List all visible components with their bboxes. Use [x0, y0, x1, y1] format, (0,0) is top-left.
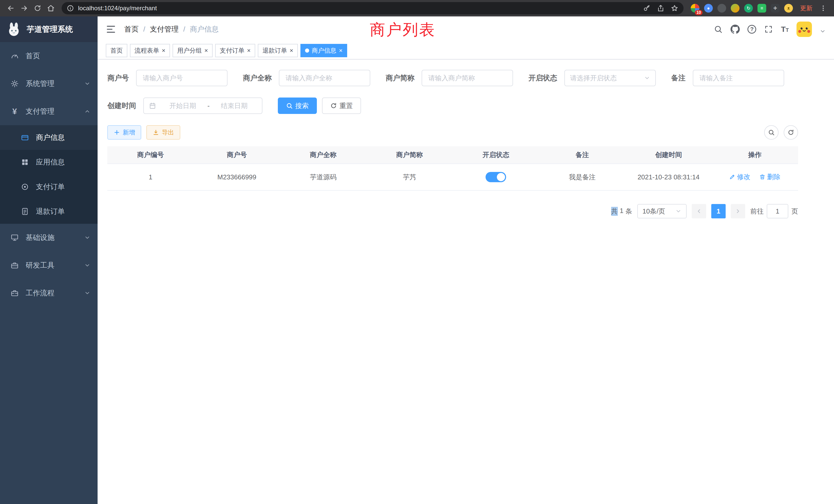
browser-reload-button[interactable]	[31, 2, 44, 15]
breadcrumb-home[interactable]: 首页	[124, 24, 139, 34]
date-end-input[interactable]: 结束日期	[212, 101, 257, 110]
toggle-search-button[interactable]	[764, 125, 778, 140]
filter-merchant-no: 商户号	[107, 70, 227, 86]
share-icon[interactable]	[657, 4, 664, 12]
sidebar-item-workflow[interactable]: 工作流程	[0, 279, 97, 307]
add-button-label: 新增	[123, 128, 135, 137]
goto-label: 前往	[750, 207, 764, 216]
close-icon[interactable]: ×	[290, 47, 293, 54]
filter-status: 开启状态 请选择开启状态	[528, 70, 656, 86]
total-prefix: 共	[611, 207, 618, 216]
full-name-input[interactable]	[279, 70, 370, 86]
breadcrumb-separator: /	[143, 25, 145, 33]
filter-remark: 备注	[671, 70, 784, 86]
extension-icon-colorful[interactable]: 10	[691, 4, 699, 13]
document-icon	[21, 207, 29, 216]
total-count: 1	[620, 207, 623, 216]
sidebar-logo[interactable]: 芋道管理系统	[0, 17, 97, 42]
browser-home-button[interactable]	[44, 2, 58, 15]
extension-icon-blue-drop[interactable]: ●	[704, 4, 713, 13]
sidebar-item-label: 首页	[26, 51, 40, 61]
search-icon	[768, 129, 775, 136]
sidebar-item-merchant-info[interactable]: 商户信息	[0, 125, 97, 150]
table-header-row: 商户编号 商户号 商户全称 商户简称 开启状态 备注 创建时间 操作	[107, 146, 798, 164]
dashboard-icon	[10, 51, 19, 60]
cell-create-time: 2021-10-23 08:31:14	[626, 164, 712, 190]
sidebar-item-system-management[interactable]: 系统管理	[0, 70, 97, 97]
close-icon[interactable]: ×	[247, 47, 250, 54]
sidebar-item-home[interactable]: 首页	[0, 42, 97, 70]
tab-label: 退款订单	[262, 46, 287, 55]
sidebar-item-payment-management[interactable]: ¥ 支付管理	[0, 97, 97, 125]
cell-remark: 我是备注	[539, 164, 625, 190]
date-start-input[interactable]: 开始日期	[160, 101, 205, 110]
refresh-table-button[interactable]	[784, 125, 798, 140]
tab-label: 商户信息	[312, 46, 336, 55]
sidebar-item-label: 工作流程	[26, 288, 54, 298]
tab-process-form[interactable]: 流程表单 ×	[130, 44, 170, 57]
page-size-select[interactable]: 10条/页	[637, 204, 687, 219]
extension-icon-green-square[interactable]: ≡	[758, 4, 766, 13]
browser-back-button[interactable]	[4, 2, 18, 15]
tab-label: 用户分组	[177, 46, 202, 55]
remark-input[interactable]	[693, 70, 784, 86]
close-icon[interactable]: ×	[162, 47, 166, 54]
caret-down-icon[interactable]	[820, 28, 826, 35]
prev-page-button[interactable]	[692, 204, 706, 219]
browser-update-button[interactable]: 更新	[800, 4, 812, 12]
fullscreen-icon[interactable]	[764, 25, 773, 34]
sidebar-menu: 首页 系统管理 ¥ 支付管理	[0, 42, 97, 307]
sidebar-item-refund-orders[interactable]: 退款订单	[0, 199, 97, 224]
help-icon[interactable]: ?	[747, 25, 756, 33]
hamburger-icon[interactable]	[106, 24, 116, 35]
extension-badge: 10	[695, 10, 703, 15]
avatar[interactable]	[796, 22, 812, 37]
site-info-icon[interactable]	[67, 5, 74, 12]
column-header: 商户编号	[107, 146, 194, 164]
sidebar-item-dev-tools[interactable]: 研发工具	[0, 251, 97, 279]
sidebar-item-infrastructure[interactable]: 基础设施	[0, 224, 97, 251]
tab-merchant-info[interactable]: 商户信息 ×	[301, 44, 347, 57]
status-select[interactable]: 请选择开启状态	[564, 70, 656, 86]
next-page-button[interactable]	[731, 204, 745, 219]
date-range-picker[interactable]: 开始日期 - 结束日期	[143, 97, 262, 114]
reset-button[interactable]: 重置	[322, 97, 361, 114]
tab-home[interactable]: 首页	[106, 44, 127, 57]
merchant-no-input[interactable]	[136, 70, 227, 86]
cell-full-name: 芋道源码	[280, 164, 367, 190]
extension-icon-dark-circle[interactable]	[718, 4, 726, 13]
close-icon[interactable]: ×	[204, 47, 208, 54]
sidebar-item-payment-orders[interactable]: 支付订单	[0, 175, 97, 199]
add-button[interactable]: 新增	[107, 125, 141, 140]
address-bar[interactable]: localhost:1024/pay/merchant	[62, 2, 683, 14]
github-icon[interactable]	[730, 25, 740, 34]
page-content: 商户号 商户全称 商户简称 开启状态 请选择开启状态	[97, 60, 834, 504]
font-size-icon[interactable]: TT	[781, 25, 789, 33]
browser-menu-kebab-button[interactable]	[816, 2, 830, 15]
search-button[interactable]: 搜索	[278, 97, 317, 114]
status-toggle[interactable]	[486, 172, 506, 182]
header-search-icon[interactable]	[714, 25, 723, 34]
browser-forward-button[interactable]	[18, 2, 31, 15]
page-number-button[interactable]: 1	[711, 204, 726, 219]
extension-icon-smiley[interactable]: ᴥ	[784, 4, 793, 13]
short-name-input[interactable]	[422, 70, 513, 86]
target-icon	[21, 182, 29, 191]
sidebar-item-label: 支付订单	[36, 182, 65, 192]
tab-payment-orders[interactable]: 支付订单 ×	[215, 44, 255, 57]
export-button[interactable]: 导出	[146, 125, 180, 140]
close-icon[interactable]: ×	[339, 47, 343, 54]
extension-icon-pin[interactable]: ✚	[771, 4, 780, 13]
delete-link[interactable]: 删除	[759, 173, 780, 181]
edit-link[interactable]: 修改	[729, 173, 750, 181]
breadcrumb-payment[interactable]: 支付管理	[150, 24, 179, 34]
sidebar-item-app-info[interactable]: 应用信息	[0, 150, 97, 175]
tab-refund-orders[interactable]: 退款订单 ×	[258, 44, 298, 57]
breadcrumb-separator: /	[183, 25, 185, 33]
tab-user-group[interactable]: 用户分组 ×	[173, 44, 213, 57]
password-key-icon[interactable]	[643, 4, 651, 12]
bookmark-star-icon[interactable]	[671, 4, 678, 12]
extension-icon-green-circle[interactable]: ↻	[744, 4, 753, 13]
extension-icon-avatar[interactable]	[731, 4, 740, 13]
goto-page-input[interactable]	[767, 204, 788, 219]
